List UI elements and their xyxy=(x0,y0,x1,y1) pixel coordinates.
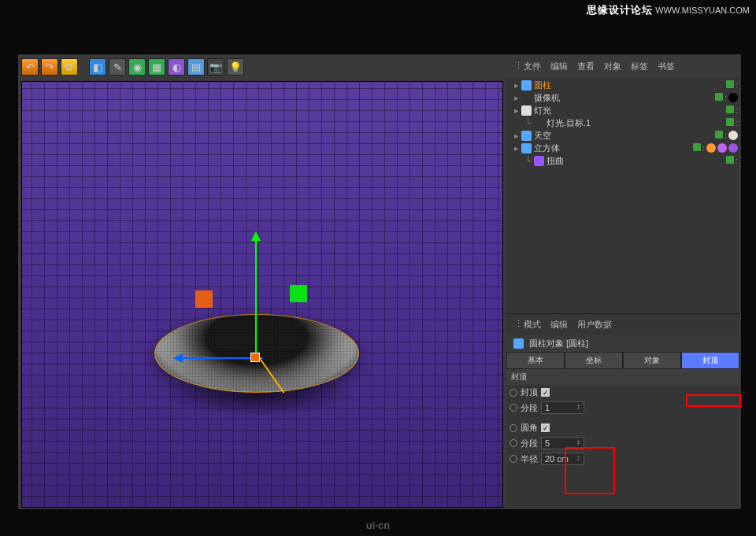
object-manager-menu: ⋮⋮ 文件 编辑 查看 对象 标签 书签 xyxy=(506,56,739,77)
tab-caps[interactable]: 封顶 xyxy=(681,352,739,369)
radio-icon xyxy=(510,439,517,447)
section-caps: 封顶 xyxy=(506,369,739,385)
tab-object[interactable]: 对象 xyxy=(623,352,681,369)
segments-field[interactable]: 1‡ xyxy=(541,401,584,414)
prop-fillet-radius: 半径 20 cm‡ xyxy=(506,451,739,467)
settings-icon[interactable]: ⚙ xyxy=(61,58,78,76)
light-icon[interactable]: 💡 xyxy=(227,58,244,76)
highlight-fields xyxy=(565,447,615,494)
app-frame: ↶ ↷ ⚙ ◧ ✎ ◉ ▦ ◐ ▤ 📷 💡 ◎ ▭ ◐ ● ● ● ● XYZ … xyxy=(17,54,742,510)
radio-icon xyxy=(510,404,517,412)
attr-menu-mode[interactable]: 模式 xyxy=(519,317,546,332)
attr-menu-userdata[interactable]: 用户数据 xyxy=(573,317,617,332)
attr-menu-edit[interactable]: 编辑 xyxy=(546,317,573,332)
object-tree[interactable]: ▸圆柱:▸摄像机:▸灯光:└灯光.目标.1:▸天空:▸立方体:└扭曲: xyxy=(506,77,739,313)
right-panel: ⋮⋮ 文件 编辑 查看 对象 标签 书签 ▸圆柱:▸摄像机:▸灯光:└灯光.目标… xyxy=(506,56,739,508)
menu-objects[interactable]: 对象 xyxy=(599,59,626,74)
environment-icon[interactable]: ▤ xyxy=(187,58,205,76)
array-icon[interactable]: ▦ xyxy=(148,58,165,76)
handle-flag-icon[interactable] xyxy=(290,285,307,302)
menu-view[interactable]: 查看 xyxy=(573,59,599,74)
prop-fillet: 圆角 ✓ xyxy=(506,420,739,435)
cylinder-icon xyxy=(513,338,524,349)
handle-flag-icon[interactable] xyxy=(195,290,213,308)
tree-item[interactable]: ▸灯光: xyxy=(508,104,738,116)
radio-icon xyxy=(510,455,517,463)
undo-icon[interactable]: ↶ xyxy=(21,58,39,76)
tab-basic[interactable]: 基本 xyxy=(506,352,565,369)
cube-primitive-icon[interactable]: ◧ xyxy=(89,58,106,76)
menu-bookmarks[interactable]: 书签 xyxy=(653,59,680,74)
tab-coord[interactable]: 坐标 xyxy=(565,352,623,369)
radio-icon xyxy=(510,389,517,397)
cap-checkbox[interactable]: ✓ xyxy=(541,388,550,397)
attr-tabs: 基本 坐标 对象 封顶 xyxy=(506,352,739,369)
tree-item[interactable]: ▸摄像机: xyxy=(508,91,738,104)
tree-item[interactable]: ▸天空: xyxy=(508,129,738,142)
tree-item[interactable]: ▸圆柱: xyxy=(508,79,738,91)
attr-object-title: 圆柱对象 [圆柱] xyxy=(506,335,739,352)
tree-item[interactable]: └灯光.目标.1: xyxy=(508,116,738,129)
menu-edit[interactable]: 编辑 xyxy=(546,59,573,74)
menu-tags[interactable]: 标签 xyxy=(626,59,653,74)
fillet-checkbox[interactable]: ✓ xyxy=(541,423,550,432)
3d-viewport[interactable]: for(let i=0;i<45;i++)document.write('<di… xyxy=(21,81,503,508)
deformer-icon[interactable]: ◐ xyxy=(168,58,185,76)
tree-item[interactable]: ▸立方体: xyxy=(508,142,738,154)
y-axis-gizmo[interactable] xyxy=(255,233,257,359)
nurbs-icon[interactable]: ◉ xyxy=(128,58,146,76)
pen-tool-icon[interactable]: ✎ xyxy=(109,58,126,76)
redo-icon[interactable]: ↷ xyxy=(41,58,58,76)
tree-item[interactable]: └扭曲: xyxy=(508,154,738,167)
prop-fillet-segments: 分段 5‡ xyxy=(506,435,739,451)
camera-icon[interactable]: 📷 xyxy=(207,58,224,76)
watermark: 思缘设计论坛 WWW.MISSYUAN.COM xyxy=(587,3,750,17)
footer-logo: ui·cn xyxy=(366,519,390,531)
menu-file[interactable]: 文件 xyxy=(519,59,546,74)
gizmo-center[interactable] xyxy=(250,353,260,362)
radio-icon xyxy=(510,424,517,432)
highlight-tab xyxy=(686,394,741,407)
